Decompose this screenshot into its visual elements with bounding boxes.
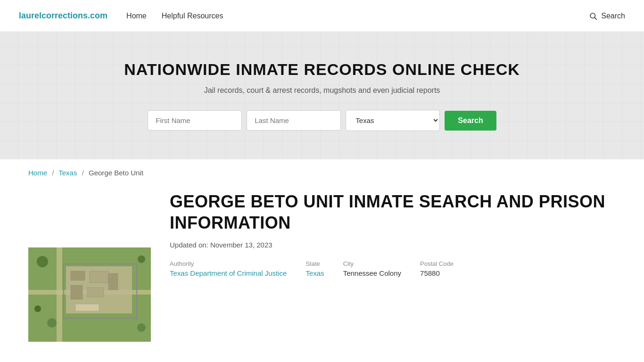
svg-rect-8 xyxy=(90,271,108,283)
authority-value[interactable]: Texas Department of Criminal Justice xyxy=(170,269,287,277)
search-button[interactable]: Search xyxy=(445,111,496,131)
svg-rect-9 xyxy=(71,285,83,299)
aerial-view xyxy=(28,247,151,342)
city-label: City xyxy=(343,260,401,267)
svg-rect-10 xyxy=(87,288,104,297)
nav-home[interactable]: Home xyxy=(126,12,147,20)
nav-helpful-resources[interactable]: Helpful Resources xyxy=(162,12,223,20)
article-content: GEORGE BETO UNIT INMATE SEARCH AND PRISO… xyxy=(170,191,616,342)
main-nav: Home Helpful Resources xyxy=(126,12,589,20)
svg-point-16 xyxy=(138,255,145,263)
search-label: Search xyxy=(601,12,625,20)
page-title: GEORGE BETO UNIT INMATE SEARCH AND PRISO… xyxy=(170,191,616,233)
main-content: GEORGE BETO UNIT INMATE SEARCH AND PRISO… xyxy=(0,186,644,361)
svg-point-15 xyxy=(47,318,57,328)
info-authority: Authority Texas Department of Criminal J… xyxy=(170,260,287,278)
breadcrumb-sep-1: / xyxy=(52,169,54,177)
first-name-input[interactable] xyxy=(148,110,242,131)
svg-line-1 xyxy=(595,17,597,19)
hero-section: NATIONWIDE INMATE RECORDS ONLINE CHECK J… xyxy=(0,32,644,159)
breadcrumb-home[interactable]: Home xyxy=(28,169,47,177)
info-postal: Postal Code 75880 xyxy=(420,260,454,278)
breadcrumb-sep-2: / xyxy=(82,169,84,177)
breadcrumb-texas[interactable]: Texas xyxy=(58,169,77,177)
postal-label: Postal Code xyxy=(420,260,454,267)
state-select[interactable]: Texas Alabama Alaska Arizona Arkansas Ca… xyxy=(346,110,440,131)
postal-value: 75880 xyxy=(420,269,440,277)
aerial-svg xyxy=(28,247,151,342)
svg-rect-7 xyxy=(71,271,85,280)
state-value[interactable]: Texas xyxy=(305,269,324,277)
last-name-input[interactable] xyxy=(247,110,341,131)
search-icon xyxy=(589,12,597,20)
search-form: Texas Alabama Alaska Arizona Arkansas Ca… xyxy=(9,110,635,131)
breadcrumb: Home / Texas / George Beto Unit xyxy=(0,159,644,186)
info-city: City Tennessee Colony xyxy=(343,260,401,278)
facility-image xyxy=(28,247,151,342)
hero-subtitle: Jail records, court & arrest records, mu… xyxy=(9,86,635,95)
svg-rect-12 xyxy=(75,304,99,311)
svg-point-18 xyxy=(34,305,41,312)
city-value: Tennessee Colony xyxy=(343,269,401,277)
svg-rect-11 xyxy=(108,273,118,290)
site-header: laurelcorrections.com Home Helpful Resou… xyxy=(0,0,644,32)
state-label: State xyxy=(305,260,324,267)
info-state: State Texas xyxy=(305,260,324,278)
updated-date: Updated on: November 13, 2023 xyxy=(170,241,616,249)
info-grid: Authority Texas Department of Criminal J… xyxy=(170,260,616,278)
header-search-button[interactable]: Search xyxy=(589,12,625,20)
svg-point-17 xyxy=(137,323,146,332)
site-logo[interactable]: laurelcorrections.com xyxy=(19,11,107,21)
hero-title: NATIONWIDE INMATE RECORDS ONLINE CHECK xyxy=(9,60,635,79)
svg-point-14 xyxy=(37,256,48,267)
breadcrumb-current: George Beto Unit xyxy=(89,169,143,177)
authority-label: Authority xyxy=(170,260,287,267)
